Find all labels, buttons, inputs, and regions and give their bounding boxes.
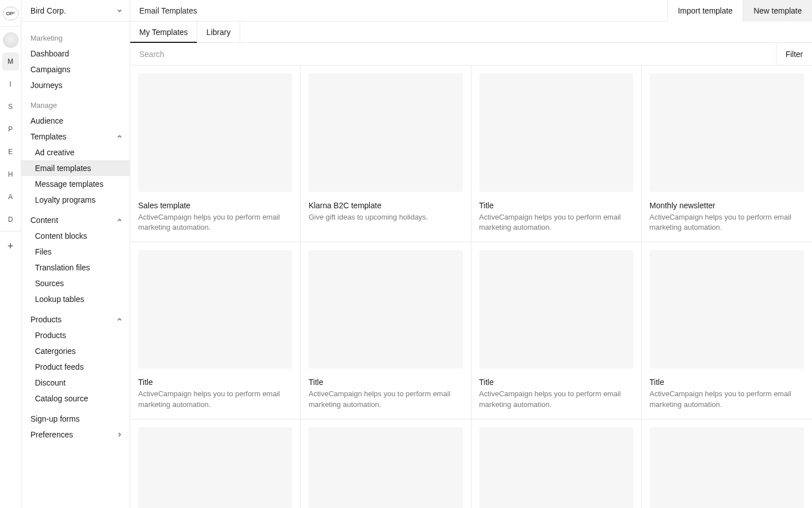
iconrail-item-h[interactable]: H bbox=[2, 165, 19, 183]
template-card[interactable] bbox=[471, 419, 642, 508]
template-card[interactable] bbox=[301, 419, 471, 508]
template-thumbnail bbox=[308, 73, 462, 192]
sidebar-subitem-content-blocks[interactable]: Content blocks bbox=[21, 228, 130, 244]
page-title: Email Templates bbox=[139, 6, 667, 15]
template-thumbnail bbox=[479, 73, 633, 192]
template-thumbnail bbox=[308, 427, 462, 508]
searchbar: Filter bbox=[130, 43, 812, 65]
template-card[interactable]: Title ActiveCampaign helps you to perfor… bbox=[642, 242, 812, 419]
sidebar-group-templates[interactable]: Templates bbox=[21, 129, 130, 144]
template-description: ActiveCampaign helps you to perform emai… bbox=[138, 389, 292, 409]
chevron-up-icon bbox=[116, 133, 123, 140]
sidebar-subitem-files[interactable]: Files bbox=[21, 244, 130, 260]
sidebar-subitem-ad-creative[interactable]: Ad creative bbox=[21, 144, 130, 160]
template-title: Title bbox=[479, 201, 633, 210]
sidebar-item-audience[interactable]: Audience bbox=[21, 113, 130, 129]
filter-button[interactable]: Filter bbox=[776, 43, 812, 65]
template-card[interactable]: Title ActiveCampaign helps you to perfor… bbox=[130, 242, 301, 419]
sidebar-subitem-message-templates[interactable]: Message templates bbox=[21, 176, 130, 192]
iconrail-item-s[interactable]: S bbox=[2, 98, 19, 116]
sidebar-subitem-sources[interactable]: Sources bbox=[21, 275, 130, 291]
template-title: Title bbox=[308, 378, 462, 387]
template-card[interactable] bbox=[130, 419, 301, 508]
new-template-button[interactable]: New template bbox=[743, 0, 812, 21]
sidebar-item-campaigns[interactable]: Campaigns bbox=[21, 62, 130, 77]
iconrail-divider bbox=[0, 26, 21, 27]
template-thumbnail bbox=[650, 250, 804, 369]
tab-library[interactable]: Library bbox=[197, 21, 240, 42]
template-description: ActiveCampaign helps you to perform emai… bbox=[479, 212, 633, 233]
template-description: ActiveCampaign helps you to perform emai… bbox=[650, 212, 804, 233]
template-thumbnail bbox=[479, 250, 633, 369]
iconrail-item-e[interactable]: E bbox=[2, 143, 19, 161]
chevron-up-icon bbox=[116, 217, 123, 224]
template-card[interactable]: Title ActiveCampaign helps you to perfor… bbox=[301, 242, 471, 419]
iconrail-item-d[interactable]: D bbox=[2, 211, 19, 229]
sidebar-group-products[interactable]: Products bbox=[21, 312, 130, 327]
template-title: Sales template bbox=[138, 201, 292, 210]
sidebar-item-journeys[interactable]: Journeys bbox=[21, 77, 130, 93]
sidebar-item-signup-forms[interactable]: Sign-up forms bbox=[21, 411, 130, 427]
chevron-up-icon bbox=[116, 316, 123, 323]
app-logo-icon[interactable]: OP° bbox=[3, 7, 19, 20]
iconrail-divider bbox=[0, 231, 21, 231]
sidebar-item-preferences[interactable]: Preferences bbox=[21, 427, 130, 443]
iconrail-item-p[interactable]: P bbox=[2, 120, 19, 138]
main-content: Email Templates Import template New temp… bbox=[130, 0, 812, 508]
sidebar-subitem-email-templates[interactable]: Email templates bbox=[21, 160, 130, 176]
iconrail: OP° M I S P E H A D + bbox=[0, 0, 21, 508]
template-card[interactable]: Title ActiveCampaign helps you to perfor… bbox=[471, 65, 642, 242]
import-template-button[interactable]: Import template bbox=[667, 0, 743, 21]
template-thumbnail bbox=[138, 73, 292, 192]
topbar: Email Templates Import template New temp… bbox=[130, 0, 812, 21]
template-card[interactable]: Title ActiveCampaign helps you to perfor… bbox=[471, 242, 642, 419]
sidebar-subitem-discount[interactable]: Discount bbox=[21, 375, 130, 391]
template-card[interactable] bbox=[642, 419, 812, 508]
sidebar-subitem-catalog-source[interactable]: Catalog source bbox=[21, 391, 130, 406]
template-thumbnail bbox=[650, 73, 804, 192]
sidebar-subitem-product-feeds[interactable]: Product feeds bbox=[21, 359, 130, 375]
iconrail-item-i[interactable]: I bbox=[2, 75, 19, 93]
org-name: Bird Corp. bbox=[30, 6, 66, 15]
template-description: ActiveCampaign helps you to perform emai… bbox=[138, 212, 292, 233]
template-card[interactable]: Monthly newsletter ActiveCampaign helps … bbox=[642, 65, 812, 242]
template-title: Monthly newsletter bbox=[650, 201, 804, 210]
sidebar: Bird Corp. Marketing Dashboard Campaigns… bbox=[21, 0, 130, 508]
template-card[interactable]: Sales template ActiveCampaign helps you … bbox=[130, 65, 301, 242]
sidebar-item-dashboard[interactable]: Dashboard bbox=[21, 46, 130, 62]
sidebar-subitem-categories[interactable]: Catergories bbox=[21, 343, 130, 359]
sidebar-subitem-loyalty-programs[interactable]: Loyalty programs bbox=[21, 192, 130, 208]
template-thumbnail bbox=[308, 250, 462, 369]
template-title: Klarna B2C template bbox=[308, 201, 462, 210]
sidebar-group-content[interactable]: Content bbox=[21, 212, 130, 228]
template-title: Title bbox=[650, 378, 804, 387]
template-card[interactable]: Klarna B2C template Give gift ideas to u… bbox=[301, 65, 471, 242]
sidebar-subitem-lookup-tables[interactable]: Lookup tables bbox=[21, 291, 130, 307]
chevron-right-icon bbox=[116, 431, 123, 438]
template-description: ActiveCampaign helps you to perform emai… bbox=[650, 389, 804, 409]
org-switcher[interactable]: Bird Corp. bbox=[21, 0, 130, 21]
template-title: Title bbox=[138, 378, 292, 387]
template-description: ActiveCampaign helps you to perform emai… bbox=[479, 389, 633, 409]
chevron-down-icon bbox=[116, 7, 123, 14]
template-thumbnail bbox=[138, 427, 292, 508]
template-thumbnail bbox=[479, 427, 633, 508]
sidebar-section-marketing: Marketing bbox=[21, 26, 130, 46]
template-title: Title bbox=[479, 378, 633, 387]
tabbar: My Templates Library bbox=[130, 21, 812, 43]
sidebar-subitem-translation-files[interactable]: Translation files bbox=[21, 260, 130, 275]
iconrail-item-a[interactable]: A bbox=[2, 188, 19, 206]
iconrail-add-button[interactable]: + bbox=[2, 237, 19, 255]
template-description: Give gift ideas to upcoming holidays. bbox=[308, 212, 462, 222]
search-input[interactable] bbox=[130, 43, 776, 65]
tab-my-templates[interactable]: My Templates bbox=[130, 21, 197, 42]
template-thumbnail bbox=[138, 250, 292, 369]
template-description: ActiveCampaign helps you to perform emai… bbox=[308, 389, 462, 409]
sidebar-subitem-products[interactable]: Products bbox=[21, 327, 130, 343]
template-thumbnail bbox=[650, 427, 804, 508]
sidebar-section-manage: Manage bbox=[21, 93, 130, 113]
workspace-avatar-icon[interactable] bbox=[3, 32, 19, 48]
template-grid: Sales template ActiveCampaign helps you … bbox=[130, 65, 812, 508]
iconrail-item-m[interactable]: M bbox=[2, 52, 19, 71]
